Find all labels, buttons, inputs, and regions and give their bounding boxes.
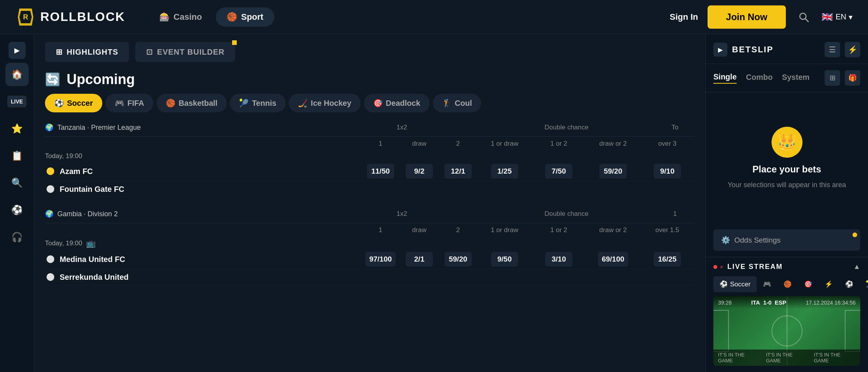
upcoming-header: 🔄 Upcoming bbox=[34, 62, 705, 94]
league-icon-tanzania: 🌍 bbox=[45, 123, 53, 132]
odds-cell[interactable]: 9/10 bbox=[640, 164, 694, 179]
sign-in-button[interactable]: Sign In bbox=[670, 12, 698, 22]
sidebar-play-button[interactable]: ▶ bbox=[9, 42, 26, 59]
soccer-tab-icon: ⚽ bbox=[54, 98, 64, 108]
tab-event-builder[interactable]: ⊡ EVENT BUILDER bbox=[135, 42, 235, 62]
sport-tab-soccer[interactable]: ⚽ Soccer bbox=[45, 94, 102, 112]
sport-tab-coul[interactable]: 🏌️ Coul bbox=[433, 94, 481, 112]
odds-cell[interactable]: 9/50 bbox=[477, 252, 532, 267]
col-header-2: 2 bbox=[439, 140, 477, 148]
live-stream-header[interactable]: LIVE STREAM ▲ bbox=[706, 257, 868, 276]
odds-cell[interactable]: 3/10 bbox=[532, 252, 586, 267]
event-builder-dot bbox=[232, 40, 237, 45]
tabs-bar: ⊞ HIGHLIGHTS ⊡ EVENT BUILDER bbox=[34, 34, 705, 62]
live-t1-icon: ⚽ bbox=[845, 280, 853, 288]
odds-cell[interactable]: 97/100 bbox=[361, 252, 400, 267]
odds-cell[interactable]: 12/1 bbox=[439, 164, 477, 179]
betslip-lightning-icon[interactable]: ⚡ bbox=[845, 42, 860, 57]
betslip-tab-single[interactable]: Single bbox=[713, 72, 737, 84]
live-sport-tab-volta[interactable]: ⚡ bbox=[818, 276, 839, 292]
sport-icon: 🏀 bbox=[227, 12, 237, 22]
live-sport-tab-t1[interactable]: ⚽ bbox=[839, 276, 859, 292]
live-sport-tab-t2[interactable]: 🎾 bbox=[859, 276, 868, 292]
sidebar-item-live[interactable]: LIVE bbox=[5, 90, 29, 113]
nav-tab-casino[interactable]: 🎰 Casino bbox=[148, 7, 213, 27]
betslip-tab-system[interactable]: System bbox=[782, 73, 809, 83]
deadlock-tab-icon: 🎯 bbox=[373, 98, 383, 108]
tab-highlights[interactable]: ⊞ HIGHLIGHTS bbox=[45, 42, 129, 62]
odds-cell[interactable]: 1/25 bbox=[477, 164, 532, 179]
odds-dot bbox=[852, 232, 857, 237]
team-badge-serrekunda: ⚪ bbox=[45, 272, 56, 282]
live-fifa-icon: 🎮 bbox=[763, 280, 771, 288]
odds-cell[interactable]: 59/20 bbox=[586, 164, 640, 179]
team-name-fountain: Fountain Gate FC bbox=[60, 185, 124, 194]
sport-tab-fifa[interactable]: 🎮 FIFA bbox=[105, 94, 153, 112]
center-content: ⊞ HIGHLIGHTS ⊡ EVENT BUILDER 🔄 Upcoming … bbox=[34, 34, 705, 372]
highlights-grid-icon: ⊞ bbox=[56, 47, 63, 57]
nav-tab-sport[interactable]: 🏀 Sport bbox=[216, 7, 274, 27]
league-odds-headers-2: 1x2 Double chance 1 bbox=[342, 210, 694, 218]
live-basketball-icon: 🏀 bbox=[784, 280, 792, 288]
sport-tab-icehockey[interactable]: 🏒 Ice Hockey bbox=[289, 94, 361, 112]
betslip-coin-icon: 👑 bbox=[772, 127, 803, 158]
betslip-header: ▶ BETSLIP ☰ ⚡ bbox=[706, 34, 868, 64]
sidebar-item-soccer[interactable]: ⚽ bbox=[5, 198, 29, 222]
odds-cell[interactable]: 11/50 bbox=[361, 164, 400, 179]
icehockey-tab-icon: 🏒 bbox=[298, 98, 308, 108]
betslip-place-subtitle: Your selections will appear in this area bbox=[728, 181, 846, 189]
live-stream-section: LIVE STREAM ▲ ⚽ Soccer 🎮 🏀 🎯 ⚡ bbox=[706, 257, 868, 372]
odds-cells-headers-2: 1 draw 2 1 or draw 1 or 2 draw or 2 over… bbox=[361, 226, 694, 234]
odds-cell[interactable]: 2/1 bbox=[400, 252, 439, 267]
sidebar-item-support[interactable]: 🎧 bbox=[5, 226, 29, 249]
live-stream-preview[interactable]: 39:28 ITA 1-0 ESP 17.12.2024 16:34:56 IT… bbox=[713, 296, 860, 366]
col-header-12: 1 or 2 bbox=[532, 140, 586, 148]
live-stream-title: LIVE STREAM bbox=[727, 263, 783, 271]
betslip-tab-icons: ⊞ 🎁 bbox=[825, 70, 860, 86]
sport-tab-deadlock[interactable]: 🎯 Deadlock bbox=[364, 94, 430, 112]
betslip-play-button[interactable]: ▶ bbox=[713, 43, 727, 57]
nav-right: Sign In Join Now 🇬🇧 EN ▾ bbox=[670, 5, 852, 29]
team-badge-azam: 🟡 bbox=[45, 166, 56, 177]
logo-icon: R bbox=[16, 7, 36, 27]
betslip-tab-combo[interactable]: Combo bbox=[746, 73, 773, 83]
live-sport-tab-cs[interactable]: 🎯 bbox=[798, 276, 818, 292]
language-selector[interactable]: 🇬🇧 EN ▾ bbox=[822, 12, 852, 22]
stream-date: 17.12.2024 16:34:56 bbox=[806, 300, 856, 306]
tennis-tab-icon: 🎾 bbox=[239, 98, 249, 108]
team-name-azam: Azam FC bbox=[60, 167, 93, 176]
col-header-draw: draw bbox=[400, 140, 439, 148]
field-penalty-left bbox=[713, 310, 729, 352]
betslip-grid-icon[interactable]: ⊞ bbox=[825, 70, 840, 86]
live-sport-tab-basketball[interactable]: 🏀 bbox=[777, 276, 798, 292]
live-sport-tab-fifa[interactable]: 🎮 bbox=[757, 276, 777, 292]
odds-cell[interactable]: 9/2 bbox=[400, 164, 439, 179]
sidebar-item-favorites[interactable]: ⭐ bbox=[5, 117, 29, 140]
join-now-button[interactable]: Join Now bbox=[708, 5, 786, 29]
odds-cell[interactable]: 16/25 bbox=[640, 252, 694, 267]
betslip-list-icon[interactable]: ☰ bbox=[825, 42, 840, 57]
live-red-dot-2 bbox=[720, 266, 723, 268]
collapse-arrow-icon[interactable]: ▲ bbox=[853, 263, 860, 271]
col-header-draw-2: draw bbox=[400, 226, 439, 234]
odds-cell[interactable]: 59/20 bbox=[439, 252, 477, 267]
live-soccer-icon: ⚽ bbox=[720, 280, 728, 288]
sidebar-item-clipboard[interactable]: 📋 bbox=[5, 144, 29, 167]
sidebar-item-home[interactable]: 🏠 bbox=[5, 63, 29, 86]
table-row: 🟡 Azam FC 11/50 9/2 12/1 1/25 7/50 59/20… bbox=[45, 162, 694, 181]
search-button[interactable] bbox=[795, 9, 812, 26]
odds-cells-headers: 1 draw 2 1 or draw 1 or 2 draw or 2 over… bbox=[361, 140, 694, 148]
odds-cell[interactable]: 7/50 bbox=[532, 164, 586, 179]
league-header-tanzania: 🌍 Tanzania · Premier League 1x2 Double c… bbox=[45, 119, 694, 137]
odds-cell[interactable]: 69/100 bbox=[586, 252, 640, 267]
sidebar-item-search[interactable]: 🔍 bbox=[5, 171, 29, 195]
betslip-gift-icon[interactable]: 🎁 bbox=[845, 70, 860, 86]
team-badge-fountain: ⚪ bbox=[45, 184, 56, 195]
col-header-1draw-2: 1 or draw bbox=[477, 226, 532, 234]
odds-type-1x2: 1x2 bbox=[342, 124, 462, 131]
sport-tab-tennis[interactable]: 🎾 Tennis bbox=[230, 94, 286, 112]
odds-settings-button[interactable]: ⚙️ Odds Settings bbox=[713, 229, 860, 251]
sport-tab-basketball[interactable]: 🏀 Basketball bbox=[157, 94, 227, 112]
live-sport-tab-soccer[interactable]: ⚽ Soccer bbox=[713, 276, 757, 292]
logo-text: ROLLBLOCK bbox=[40, 10, 125, 24]
